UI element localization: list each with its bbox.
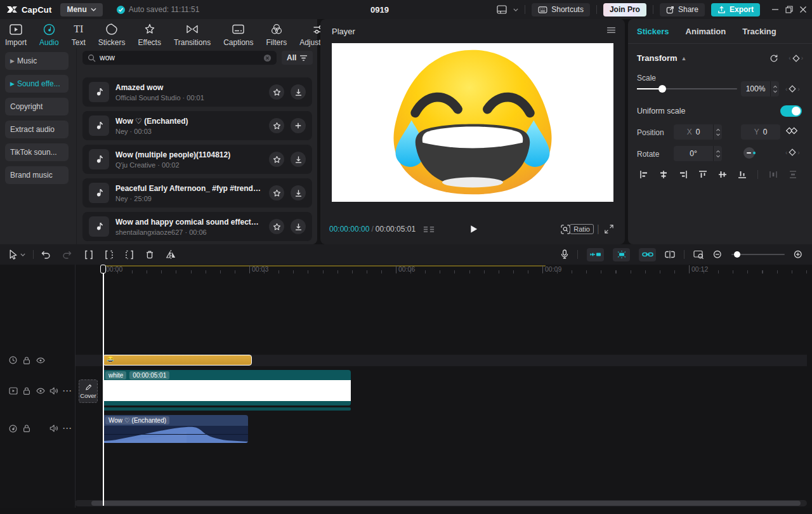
favorite-star-button[interactable] [269, 185, 284, 201]
export-button[interactable]: Export [711, 3, 760, 16]
transform-section-header[interactable]: Transform ▲ ‹› [637, 53, 803, 63]
sound-item[interactable]: Wow (multiple people)(1104812)Q'ju Creat… [82, 145, 312, 174]
position-y-field[interactable]: Y0 [741, 124, 780, 140]
scale-slider-track[interactable] [637, 88, 737, 89]
align-top-icon[interactable] [698, 170, 707, 179]
favorite-star-button[interactable] [269, 219, 284, 234]
volume-line[interactable] [103, 434, 248, 435]
sidebar-item-copyright[interactable]: Copyright [5, 98, 69, 115]
scale-keyframe-icon[interactable]: ‹› [785, 85, 800, 93]
playhead-line[interactable] [103, 266, 104, 506]
tab-tracking[interactable]: Tracking [742, 27, 776, 36]
play-button[interactable] [470, 225, 478, 234]
search-input[interactable] [100, 53, 259, 62]
tab-filters[interactable]: Filters [266, 23, 287, 47]
hide-track-icon[interactable] [36, 357, 45, 364]
audio-clip[interactable]: Wow ♡ (Enchanted) [103, 415, 248, 443]
menu-button[interactable]: Menu [60, 3, 102, 16]
playhead-handle[interactable] [100, 265, 106, 273]
align-center-horizontal-icon[interactable] [659, 170, 668, 179]
favorite-star-button[interactable] [269, 152, 284, 167]
timeline-zoom-slider[interactable] [731, 251, 785, 258]
redo-icon[interactable] [62, 251, 72, 259]
distribute-horizontal-icon[interactable] [769, 170, 778, 179]
tab-stickers-inspector[interactable]: Stickers [637, 27, 669, 36]
select-tool-chevron-icon[interactable] [20, 253, 25, 256]
sidebar-item-brand-music[interactable]: Brand music [5, 166, 69, 184]
delete-icon[interactable] [145, 250, 154, 259]
keyframe-diamond-icon[interactable]: ‹› [789, 55, 803, 62]
track-more-options[interactable]: ··· [63, 424, 72, 433]
lock-track-icon[interactable] [23, 386, 30, 395]
rotate-keyframe-icon[interactable]: ‹› [785, 148, 800, 156]
link-clips-toggle[interactable] [639, 248, 656, 261]
highlight-clip-toggle[interactable] [613, 248, 630, 261]
layout-panels-icon[interactable] [497, 5, 507, 14]
preview-quality-icon[interactable] [693, 250, 704, 260]
preview-zoom-icon[interactable] [561, 225, 570, 234]
video-clip-white[interactable]: white 00:00:05:01 [103, 370, 351, 405]
align-middle-vertical-icon[interactable] [718, 170, 727, 179]
cover-button[interactable]: Cover [79, 379, 98, 403]
favorite-star-button[interactable] [269, 84, 284, 100]
tab-audio[interactable]: Audio [39, 23, 59, 47]
search-bar[interactable] [82, 51, 277, 65]
sticker-clip[interactable] [103, 355, 252, 366]
shortcuts-button[interactable]: Shortcuts [532, 3, 590, 16]
timeline-horizontal-scrollbar[interactable] [75, 500, 807, 506]
layout-chevron-icon[interactable] [513, 8, 518, 11]
align-left-icon[interactable] [639, 170, 648, 179]
tab-stickers[interactable]: Stickers [98, 23, 126, 47]
rotate-value[interactable]: 0° [674, 146, 713, 161]
select-tool-icon[interactable] [9, 249, 18, 260]
minimize-button[interactable] [771, 6, 779, 13]
tab-import[interactable]: Import [5, 23, 27, 47]
scale-slider-knob[interactable] [658, 85, 666, 93]
ratio-button[interactable]: Ratio [570, 224, 594, 234]
sidebar-item-sound-effects[interactable]: ▶Sound effe... [5, 75, 69, 93]
sidebar-item-extract-audio[interactable]: Extract audio [5, 121, 69, 138]
scale-stepper[interactable] [770, 81, 779, 96]
filter-all-button[interactable]: All [282, 51, 313, 65]
join-pro-button[interactable]: Join Pro [603, 3, 646, 16]
download-button[interactable] [291, 185, 306, 201]
position-x-field[interactable]: X0 [674, 124, 713, 140]
frame-list-icon[interactable] [423, 226, 435, 233]
reset-transform-icon[interactable] [769, 54, 778, 63]
restore-window-button[interactable] [785, 6, 793, 13]
tab-text[interactable]: TIText [72, 23, 86, 47]
position-x-stepper[interactable] [713, 124, 722, 140]
sidebar-item-tiktok-sounds[interactable]: TikTok soun... [5, 143, 69, 161]
split-keep-right-icon[interactable] [125, 250, 134, 260]
hide-track-icon[interactable] [36, 388, 45, 394]
lock-track-icon[interactable] [23, 356, 30, 365]
sound-item[interactable]: Wow ♡ (Enchanted)Ney · 00:03 [82, 111, 312, 140]
player-menu-icon[interactable] [606, 27, 616, 34]
preview-canvas[interactable] [332, 43, 613, 202]
sound-item[interactable]: Peaceful Early Afternoon_ #fyp #trending… [82, 178, 312, 208]
favorite-star-button[interactable] [269, 118, 284, 133]
lock-track-icon[interactable] [23, 424, 30, 433]
timeline-ruler[interactable]: 00:00 00:03 00:06 00:09 00:12 [0, 265, 812, 275]
share-button[interactable]: Share [660, 3, 705, 16]
zoom-out-icon[interactable] [713, 250, 723, 260]
sound-item[interactable]: Wow and happy comical sound effects(1226… [82, 212, 312, 241]
rotate-stepper[interactable] [713, 146, 722, 161]
rotate-dial[interactable] [743, 147, 755, 159]
laughing-emoji-sticker[interactable] [380, 44, 565, 202]
mute-track-icon[interactable] [49, 425, 58, 432]
close-window-button[interactable] [799, 6, 807, 13]
download-button[interactable] [291, 84, 306, 100]
fullscreen-icon[interactable] [605, 225, 613, 234]
mirror-flip-icon[interactable] [166, 250, 176, 259]
zoom-slider-knob[interactable] [734, 251, 740, 258]
split-keep-left-icon[interactable] [105, 250, 114, 260]
sound-item[interactable]: Amazed wowOfficial Sound Studio · 00:01 [82, 77, 312, 107]
tab-animation[interactable]: Animation [686, 27, 726, 36]
distribute-vertical-icon[interactable] [789, 170, 797, 179]
align-bottom-icon[interactable] [738, 170, 747, 179]
split-left-icon[interactable] [84, 250, 93, 260]
download-button[interactable] [291, 219, 306, 234]
uniform-scale-toggle[interactable] [780, 105, 802, 117]
align-right-icon[interactable] [679, 170, 688, 179]
